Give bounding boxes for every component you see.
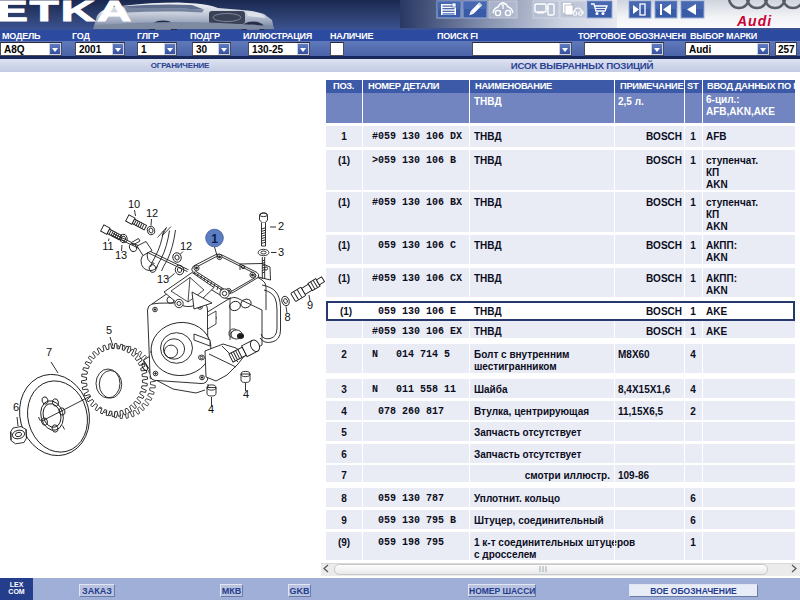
- svg-text:10: 10: [128, 198, 140, 210]
- svg-text:1: 1: [211, 232, 218, 246]
- svg-text:3: 3: [278, 246, 284, 258]
- svg-text:4: 4: [243, 388, 249, 400]
- svg-text:11: 11: [102, 240, 113, 252]
- svg-text:2: 2: [278, 220, 284, 232]
- svg-text:4: 4: [208, 403, 214, 415]
- svg-text:5: 5: [106, 324, 112, 336]
- svg-text:6: 6: [13, 401, 19, 413]
- svg-text:12: 12: [180, 240, 192, 252]
- svg-text:7: 7: [46, 346, 52, 358]
- svg-text:8: 8: [284, 311, 290, 323]
- svg-text:12: 12: [146, 207, 158, 219]
- svg-text:13: 13: [157, 273, 169, 285]
- svg-text:13: 13: [115, 249, 127, 261]
